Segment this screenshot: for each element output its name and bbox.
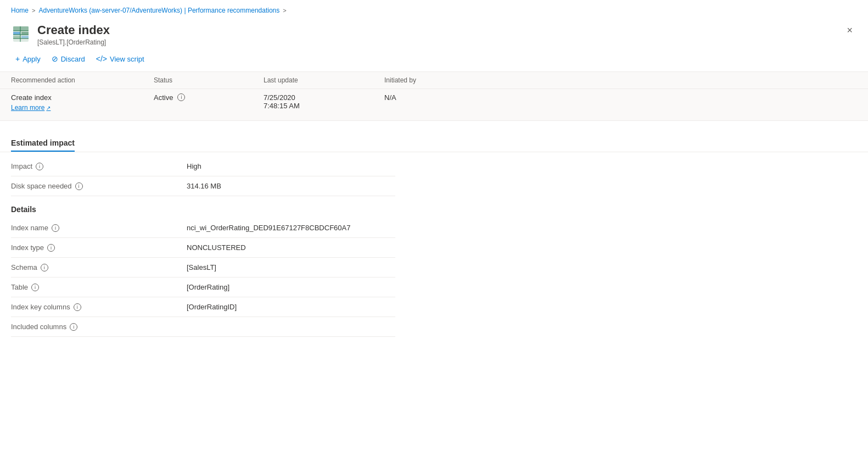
details-value: [SalesLT] xyxy=(187,263,395,271)
details-label: Included columnsi xyxy=(11,323,187,331)
impact-value: High xyxy=(187,162,395,170)
details-value: NONCLUSTERED xyxy=(187,243,395,252)
view-script-label: View script xyxy=(110,55,144,63)
estimated-impact-section: Estimated impact Impact i High Disk spac… xyxy=(0,130,868,196)
breadcrumb-home[interactable]: Home xyxy=(11,7,29,14)
info-table-row: Create index Learn more ↗ Active i 7/25/… xyxy=(0,89,868,120)
initiated-by-cell: N/A xyxy=(384,93,483,112)
row-info-icon[interactable]: i xyxy=(31,284,39,291)
info-table: Recommended action Status Last update In… xyxy=(0,72,868,121)
details-value: [OrderRatingID] xyxy=(187,303,395,311)
details-value: nci_wi_OrderRating_DED91E67127F8CBDCF60A… xyxy=(187,224,395,232)
details-table: Index nameinci_wi_OrderRating_DED91E6712… xyxy=(11,218,395,337)
breadcrumb: Home > AdventureWorks (aw-server-07/Adve… xyxy=(0,0,868,19)
col-header-status: Status xyxy=(154,76,264,84)
action-cell: Create index Learn more ↗ xyxy=(11,93,154,112)
panel-title-text: Create index [SalesLT].[OrderRating] xyxy=(37,23,110,46)
disk-space-info-icon[interactable]: i xyxy=(75,182,83,190)
row-info-icon[interactable]: i xyxy=(52,224,59,232)
close-button[interactable]: × xyxy=(842,23,857,37)
panel-title-area: Create index [SalesLT].[OrderRating] xyxy=(11,23,110,46)
action-label: Create index xyxy=(11,93,154,102)
disk-space-row: Disk space needed i 314.16 MB xyxy=(11,176,395,196)
status-value: Active xyxy=(154,93,173,102)
details-row: Index typeiNONCLUSTERED xyxy=(11,238,395,258)
disk-space-value: 314.16 MB xyxy=(187,182,395,190)
status-cell: Active i xyxy=(154,93,264,112)
disk-space-label: Disk space needed i xyxy=(11,182,187,190)
svg-rect-1 xyxy=(13,26,29,31)
col-header-initiated: Initiated by xyxy=(384,76,483,84)
info-table-header: Recommended action Status Last update In… xyxy=(0,72,868,89)
breadcrumb-adventure-works[interactable]: AdventureWorks (aw-server-07/AdventureWo… xyxy=(38,7,279,14)
toolbar: + Apply ⊘ Discard </> View script xyxy=(0,46,868,71)
discard-button[interactable]: ⊘ Discard xyxy=(47,52,89,66)
breadcrumb-sep-1: > xyxy=(32,7,35,14)
estimated-impact-title: Estimated impact xyxy=(11,138,75,152)
estimated-impact-title-bar: Estimated impact xyxy=(0,138,868,152)
row-info-icon[interactable]: i xyxy=(47,244,55,252)
svg-rect-4 xyxy=(13,36,20,38)
details-label: Index key columnsi xyxy=(11,303,187,311)
row-info-icon[interactable]: i xyxy=(41,264,48,271)
details-section-label: Details xyxy=(0,196,868,218)
row-info-icon[interactable]: i xyxy=(74,303,81,311)
row-info-icon[interactable]: i xyxy=(70,323,77,331)
details-row: Index key columnsi[OrderRatingID] xyxy=(11,297,395,317)
details-label: Index namei xyxy=(11,224,187,232)
impact-info-icon[interactable]: i xyxy=(36,163,43,170)
status-info-icon[interactable]: i xyxy=(177,93,185,101)
discard-label: Discard xyxy=(61,55,85,63)
col-header-action: Recommended action xyxy=(11,76,154,84)
apply-button[interactable]: + Apply xyxy=(11,52,45,66)
discard-icon: ⊘ xyxy=(52,54,58,63)
panel-subtitle: [SalesLT].[OrderRating] xyxy=(37,38,110,46)
apply-label: Apply xyxy=(23,55,41,63)
breadcrumb-sep-2: > xyxy=(283,7,286,14)
details-row: Index nameinci_wi_OrderRating_DED91E6712… xyxy=(11,218,395,238)
impact-row: Impact i High xyxy=(11,157,395,176)
details-label: Schemai xyxy=(11,263,187,271)
col-header-last-update: Last update xyxy=(264,76,384,84)
impact-label: Impact i xyxy=(11,162,187,170)
external-link-icon: ↗ xyxy=(46,105,51,111)
date-cell: 7/25/2020 7:48:15 AM xyxy=(264,93,384,112)
learn-more-link[interactable]: Learn more ↗ xyxy=(11,104,154,112)
page-title: Create index xyxy=(37,23,110,37)
last-update-date: 7/25/2020 xyxy=(264,93,384,102)
details-label: Index typei xyxy=(11,243,187,252)
create-index-icon xyxy=(11,24,31,44)
details-row: Tablei[OrderRating] xyxy=(11,278,395,297)
estimated-impact-table: Impact i High Disk space needed i 314.16… xyxy=(11,157,395,196)
last-update-time: 7:48:15 AM xyxy=(264,102,384,110)
script-icon: </> xyxy=(96,54,107,63)
view-script-button[interactable]: </> View script xyxy=(92,52,149,66)
details-label: Tablei xyxy=(11,283,187,291)
apply-icon: + xyxy=(15,54,20,63)
svg-rect-5 xyxy=(21,36,29,38)
svg-rect-3 xyxy=(21,32,29,35)
details-row: Included columnsi xyxy=(11,317,395,337)
details-value: [OrderRating] xyxy=(187,283,395,291)
details-row: Schemai[SalesLT] xyxy=(11,258,395,278)
svg-rect-2 xyxy=(13,32,20,35)
panel-header: Create index [SalesLT].[OrderRating] × xyxy=(0,19,868,46)
